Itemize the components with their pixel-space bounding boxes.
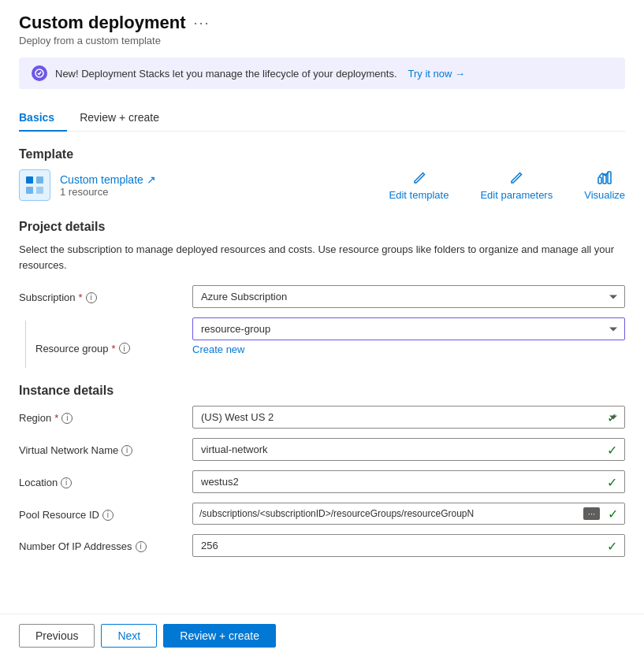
template-section: Template Custom template ↗: [19, 147, 625, 201]
svg-rect-1: [26, 176, 33, 184]
tab-bar: Basics Review + create: [19, 105, 625, 132]
resource-group-info-icon[interactable]: i: [119, 343, 130, 354]
location-input-wrap: ✓: [192, 470, 625, 493]
ip-addresses-label: Number Of IP Addresses i: [19, 534, 192, 552]
resource-group-select[interactable]: resource-group: [192, 317, 625, 340]
pool-resource-badge: ···: [583, 507, 600, 520]
tab-review-create[interactable]: Review + create: [67, 105, 172, 132]
notification-bar: New! Deployment Stacks let you manage th…: [19, 58, 625, 89]
visualize-button[interactable]: Visualize: [584, 170, 625, 201]
notification-icon: [32, 65, 47, 81]
ellipsis-menu[interactable]: ···: [193, 15, 210, 32]
region-row: Region * i (US) West US 2 ✓: [19, 406, 625, 429]
ip-addresses-check-icon: ✓: [607, 538, 617, 553]
location-check-icon: ✓: [607, 474, 617, 489]
svg-rect-4: [36, 187, 43, 194]
create-new-link[interactable]: Create new: [192, 343, 244, 355]
vnet-input-wrap: ✓: [192, 438, 625, 461]
template-actions: Edit template Edit parameters Visua: [389, 170, 625, 201]
page-subtitle: Deploy from a custom template: [19, 35, 625, 46]
footer-bar: Previous Next Review + create: [0, 614, 644, 657]
region-select[interactable]: (US) West US 2: [192, 406, 625, 429]
region-info-icon[interactable]: i: [61, 413, 73, 424]
ip-addresses-info-icon[interactable]: i: [136, 541, 147, 552]
svg-rect-7: [608, 172, 611, 184]
project-details-description: Select the subscription to manage deploy…: [19, 242, 625, 273]
region-label: Region * i: [19, 406, 192, 424]
pool-resource-label: Pool Resource ID i: [19, 503, 192, 521]
review-create-button[interactable]: Review + create: [163, 624, 276, 648]
ip-addresses-input-wrap: ✓: [192, 534, 625, 557]
project-details-title: Project details: [19, 220, 625, 234]
template-icon: [19, 169, 50, 201]
subscription-label: Subscription * i: [19, 285, 192, 303]
vnet-input[interactable]: [192, 438, 625, 461]
resource-group-input-wrap: resource-group Create new: [192, 317, 625, 355]
external-link-icon: ↗: [147, 173, 156, 186]
edit-parameters-button[interactable]: Edit parameters: [480, 170, 553, 201]
project-details-section: Project details Select the subscription …: [19, 220, 625, 368]
template-section-title: Template: [19, 147, 625, 161]
template-resource-count: 1 resource: [60, 186, 156, 198]
template-card: Custom template ↗ 1 resource: [19, 169, 156, 201]
next-button[interactable]: Next: [101, 624, 157, 648]
subscription-select[interactable]: Azure Subscription: [192, 285, 625, 308]
resource-group-required: *: [112, 343, 116, 354]
region-check-icon: ✓: [607, 410, 617, 425]
region-required: *: [54, 412, 58, 424]
svg-rect-5: [598, 177, 601, 184]
edit-template-button[interactable]: Edit template: [389, 170, 449, 201]
ip-addresses-row: Number Of IP Addresses i ✓: [19, 534, 625, 557]
page-title: Custom deployment: [19, 13, 185, 33]
subscription-row: Subscription * i Azure Subscription: [19, 285, 625, 308]
instance-details-title: Instance details: [19, 384, 625, 398]
location-info-icon[interactable]: i: [61, 477, 72, 488]
location-row: Location i ✓: [19, 470, 625, 493]
subscription-required: *: [79, 291, 83, 303]
pool-resource-info-icon[interactable]: i: [102, 510, 114, 521]
pool-resource-field: /subscriptions/<subscriptionID>/resource…: [192, 503, 625, 525]
vnet-check-icon: ✓: [607, 442, 617, 457]
region-input-wrap: (US) West US 2 ✓: [192, 406, 625, 429]
vnet-label: Virtual Network Name i: [19, 438, 192, 456]
location-label: Location i: [19, 470, 192, 488]
pool-resource-check-icon: ✓: [601, 507, 624, 522]
vnet-info-icon[interactable]: i: [121, 445, 132, 456]
template-link[interactable]: Custom template ↗: [60, 173, 156, 186]
subscription-input-wrap: Azure Subscription: [192, 285, 625, 308]
subscription-info-icon[interactable]: i: [86, 292, 97, 303]
svg-rect-3: [26, 187, 33, 194]
tab-basics[interactable]: Basics: [19, 105, 67, 132]
notification-text: New! Deployment Stacks let you manage th…: [55, 68, 397, 80]
pool-resource-text: /subscriptions/<subscriptionID>/resource…: [193, 503, 582, 524]
svg-rect-2: [36, 176, 43, 184]
previous-button[interactable]: Previous: [19, 624, 95, 648]
vnet-row: Virtual Network Name i ✓: [19, 438, 625, 461]
location-input[interactable]: [192, 470, 625, 493]
ip-addresses-input[interactable]: [192, 534, 625, 557]
resource-group-label: Resource group * i: [35, 336, 130, 354]
notification-link[interactable]: Try it now →: [408, 68, 465, 80]
pool-resource-input-wrap: /subscriptions/<subscriptionID>/resource…: [192, 503, 625, 525]
pool-resource-row: Pool Resource ID i /subscriptions/<subsc…: [19, 503, 625, 525]
instance-details-section: Instance details Region * i (US) West US…: [19, 384, 625, 557]
